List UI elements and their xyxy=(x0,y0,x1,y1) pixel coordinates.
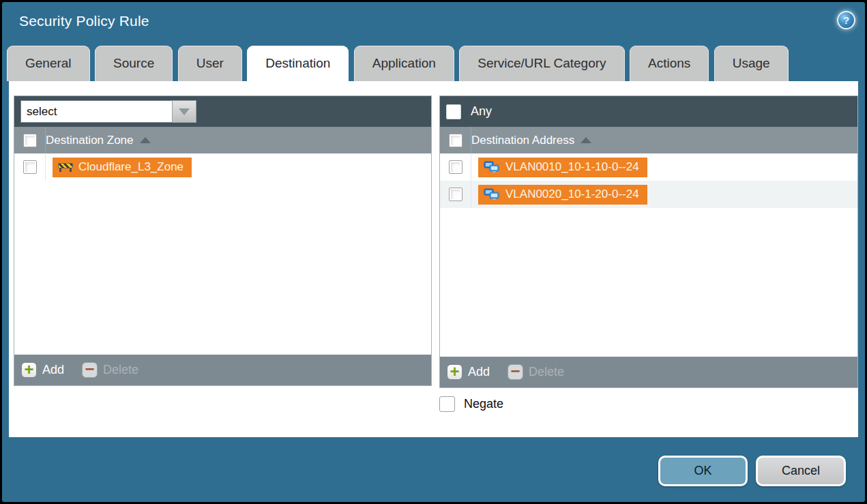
screen: Security Policy Rule ? General Source Us… xyxy=(0,0,867,504)
negate-row: Negate xyxy=(439,396,503,412)
zone-panel-footer: + Add − Delete xyxy=(14,355,431,385)
address-item-label: VLAN0010_10-1-10-0--24 xyxy=(505,160,639,174)
address-item[interactable]: VLAN0010_10-1-10-0--24 xyxy=(478,158,647,177)
zone-select-all-checkbox[interactable] xyxy=(23,134,37,147)
address-row: VLAN0010_10-1-10-0--24 xyxy=(440,153,857,181)
address-select-all-checkbox[interactable] xyxy=(449,134,462,147)
address-row-checkbox[interactable] xyxy=(449,160,462,174)
tab-destination[interactable]: Destination xyxy=(247,46,349,81)
tab-content-destination: Destination Zone Cloudflare_L3_Zone xyxy=(9,81,858,437)
destination-zone-panel: Destination Zone Cloudflare_L3_Zone xyxy=(14,95,432,386)
sort-ascending-icon[interactable] xyxy=(140,137,151,143)
any-label: Any xyxy=(471,104,492,119)
zone-item[interactable]: Cloudflare_L3_Zone xyxy=(53,158,192,177)
cancel-button[interactable]: Cancel xyxy=(756,456,846,486)
help-icon[interactable]: ? xyxy=(837,11,855,29)
zone-select-dropdown-button[interactable] xyxy=(172,100,196,123)
delete-icon: − xyxy=(508,364,523,380)
zone-list: Cloudflare_L3_Zone xyxy=(14,153,431,355)
dialog-title: Security Policy Rule xyxy=(19,13,149,29)
tab-bar: General Source User Destination Applicat… xyxy=(7,46,791,81)
address-panel-header: Any xyxy=(440,96,857,127)
tab-general[interactable]: General xyxy=(7,46,90,81)
zone-delete-button[interactable]: − Delete xyxy=(82,362,138,378)
address-column-header-row: Destination Address xyxy=(440,127,857,153)
destination-address-panel: Any Destination Address xyxy=(439,95,858,388)
zone-row-checkbox[interactable] xyxy=(23,160,37,174)
sort-ascending-icon[interactable] xyxy=(581,137,591,143)
address-row: VLAN0020_10-1-20-0--24 xyxy=(440,181,857,208)
tab-user[interactable]: User xyxy=(178,46,242,81)
any-checkbox[interactable] xyxy=(446,104,461,119)
negate-label: Negate xyxy=(464,397,503,411)
negate-checkbox[interactable] xyxy=(439,396,455,412)
add-icon: + xyxy=(447,364,462,380)
address-icon xyxy=(484,161,500,173)
zone-item-label: Cloudflare_L3_Zone xyxy=(78,160,183,174)
address-item[interactable]: VLAN0020_10-1-20-0--24 xyxy=(478,185,647,205)
tab-actions[interactable]: Actions xyxy=(630,46,709,81)
zone-icon xyxy=(58,162,73,172)
chevron-down-icon xyxy=(179,108,190,115)
zone-panel-header xyxy=(14,96,431,127)
address-list: VLAN0010_10-1-10-0--24 xyxy=(440,153,857,357)
zone-select-combo xyxy=(20,100,196,123)
security-policy-rule-dialog: Security Policy Rule ? General Source Us… xyxy=(2,2,865,502)
address-panel-footer: + Add − Delete xyxy=(440,357,857,387)
tab-usage[interactable]: Usage xyxy=(714,46,789,81)
address-item-label: VLAN0020_10-1-20-0--24 xyxy=(505,188,639,201)
ok-button[interactable]: OK xyxy=(658,456,748,486)
zone-column-header-row: Destination Zone xyxy=(14,127,431,153)
address-column-title[interactable]: Destination Address xyxy=(471,134,574,147)
tab-service-url-category[interactable]: Service/URL Category xyxy=(459,46,624,81)
zone-column-title[interactable]: Destination Zone xyxy=(46,134,134,147)
add-icon: + xyxy=(21,362,37,378)
address-delete-button[interactable]: − Delete xyxy=(508,364,564,380)
tab-source[interactable]: Source xyxy=(95,46,173,81)
zone-select-input[interactable] xyxy=(20,100,172,123)
address-row-checkbox[interactable] xyxy=(449,188,462,201)
zone-add-button[interactable]: + Add xyxy=(21,362,64,378)
tab-application[interactable]: Application xyxy=(354,46,454,81)
delete-icon: − xyxy=(82,362,98,378)
zone-row: Cloudflare_L3_Zone xyxy=(14,153,431,181)
address-add-button[interactable]: + Add xyxy=(447,364,490,380)
address-icon xyxy=(484,188,500,201)
